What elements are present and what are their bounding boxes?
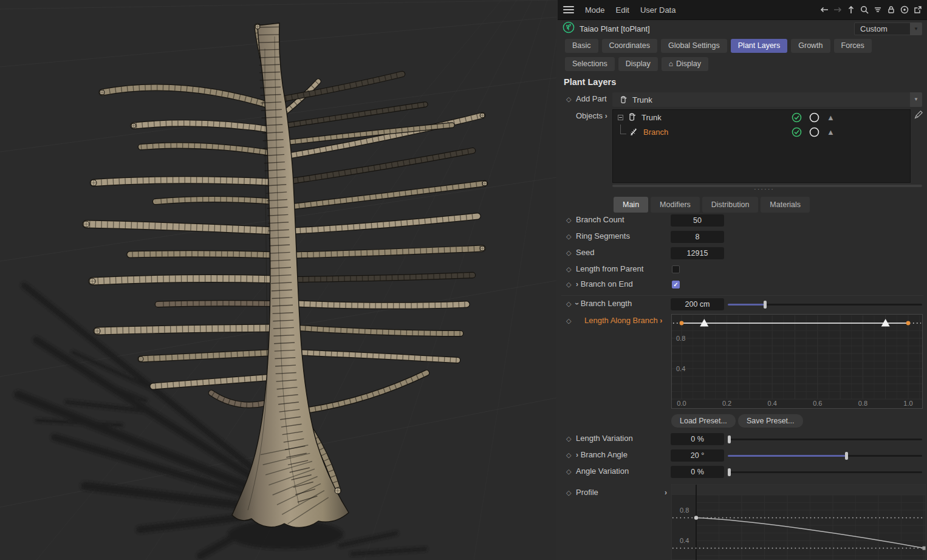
curve-endpoint[interactable] (923, 547, 926, 550)
menu-edit[interactable]: Edit (616, 5, 629, 15)
plant-layers-object-list[interactable]: Trunk ▲ Branch ▲ (612, 109, 911, 183)
filter-icon[interactable] (872, 4, 883, 16)
object-toggles: ▲ (792, 127, 835, 137)
branch-angle-field[interactable] (671, 449, 724, 462)
x-tick-label: 0.0 (677, 400, 686, 407)
length-variation-field[interactable] (671, 433, 724, 445)
keyframe-diamond-icon[interactable]: ◇ (566, 265, 571, 273)
keyframe-diamond-icon[interactable]: ◇ (566, 317, 571, 325)
tab-plant-layers[interactable]: Plant Layers (731, 39, 787, 53)
hamburger-menu-icon[interactable] (563, 6, 574, 13)
separator (561, 295, 923, 296)
tab-display-2[interactable]: ⌂Display (662, 57, 708, 71)
angle-variation-field[interactable] (671, 466, 724, 478)
add-part-dropdown[interactable]: Trunk ▼ (612, 92, 922, 107)
keyframe-diamond-icon[interactable]: ◇ (566, 249, 571, 257)
curve-point[interactable] (694, 516, 698, 519)
x-tick-label: 0.4 (768, 400, 777, 407)
save-preset-button[interactable]: Save Preset... (738, 414, 803, 428)
edit-pen-icon[interactable] (914, 110, 923, 120)
keyframe-diamond-icon[interactable]: ◇ (566, 216, 571, 224)
branch-on-end-label: › Branch on End (576, 279, 633, 289)
subtab-main[interactable]: Main (614, 197, 648, 213)
seed-label: Seed (576, 248, 594, 257)
tab-global-settings[interactable]: Global Settings (661, 39, 727, 53)
profile-curve-editor[interactable]: 0.8 0.4 (671, 484, 926, 560)
tab-basic[interactable]: Basic (565, 39, 598, 53)
open-external-icon[interactable] (912, 4, 923, 16)
viewport-canvas[interactable] (0, 0, 556, 560)
object-title: Taiao Plant [toPlant] (580, 24, 650, 33)
tree-connector-line (620, 125, 626, 134)
keyframe-diamond-icon[interactable]: ◇ (566, 233, 571, 241)
chevron-right-icon[interactable]: › (665, 488, 667, 497)
triangle-icon[interactable]: ▲ (827, 114, 835, 121)
subtab-distribution[interactable]: Distribution (702, 197, 759, 213)
branch-length-slider[interactable] (728, 304, 922, 306)
branch-on-end-checkbox[interactable]: ✓ (672, 281, 680, 289)
load-preset-button[interactable]: Load Preset... (671, 414, 736, 428)
subtab-materials[interactable]: Materials (761, 197, 810, 213)
length-along-branch-curve-editor[interactable]: 0.8 0.4 0.0 0.2 0.4 0.6 0.8 1.0 (671, 314, 923, 409)
x-tick-label: 0.6 (813, 400, 822, 407)
search-icon[interactable] (858, 4, 870, 16)
object-row-trunk[interactable]: Trunk ▲ (613, 110, 910, 125)
triangle-icon[interactable]: ▲ (827, 128, 835, 136)
x-tick-label: 0.2 (722, 400, 731, 407)
branch-length-row: ◇ › Branch Length (558, 298, 927, 310)
branch-angle-slider[interactable] (728, 455, 922, 457)
length-variation-slider[interactable] (728, 439, 922, 440)
chevron-right-icon[interactable]: › (576, 451, 578, 459)
chevron-right-icon[interactable]: › (660, 316, 662, 325)
up-arrow-icon[interactable] (845, 4, 857, 16)
lock-icon[interactable] (885, 4, 897, 16)
keyframe-diamond-icon[interactable]: ◇ (566, 300, 571, 308)
circle-toggle-icon[interactable] (809, 127, 819, 137)
keyframe-diamond-icon[interactable]: ◇ (566, 489, 571, 497)
branch-angle-row: ◇ › Branch Angle (558, 449, 927, 462)
length-from-parent-checkbox[interactable]: ✓ (672, 265, 680, 273)
forward-arrow-icon[interactable] (832, 4, 843, 16)
collapse-expand-icon[interactable] (618, 115, 623, 120)
tab-selections[interactable]: Selections (565, 57, 615, 71)
branch-count-field[interactable] (671, 214, 724, 227)
menu-user-data[interactable]: User Data (640, 5, 676, 15)
object-row-branch[interactable]: Branch ▲ (613, 125, 910, 139)
curve-endpoint[interactable] (906, 321, 911, 326)
keyframe-diamond-icon[interactable]: ◇ (566, 281, 571, 289)
preset-dropdown-arrow-icon[interactable]: ▼ (910, 22, 922, 35)
length-from-parent-row: ◇ Length from Parent ✓ (558, 264, 927, 276)
enabled-check-icon[interactable] (792, 127, 802, 137)
menu-mode[interactable]: Mode (585, 5, 605, 15)
keyframe-diamond-icon[interactable]: ◇ (566, 95, 571, 103)
keyframe-diamond-icon[interactable]: ◇ (566, 468, 571, 476)
enabled-check-icon[interactable] (792, 112, 802, 123)
tab-forces[interactable]: Forces (834, 39, 872, 53)
branch-count-row: ◇ Branch Count (558, 214, 927, 227)
object-name[interactable]: Trunk (641, 113, 662, 122)
tab-row-2: Selections Display ⌂Display (565, 57, 708, 71)
chevron-down-icon[interactable]: › (573, 302, 581, 305)
back-arrow-icon[interactable] (818, 4, 830, 16)
chevron-right-icon[interactable]: › (576, 280, 578, 289)
tab-display[interactable]: Display (618, 57, 658, 71)
angle-variation-slider[interactable] (728, 471, 922, 473)
branch-angle-label: › Branch Angle (576, 450, 628, 459)
tab-growth[interactable]: Growth (791, 39, 830, 53)
circle-toggle-icon[interactable] (809, 112, 819, 123)
tab-coordinates[interactable]: Coordinates (602, 39, 657, 53)
preset-dropdown[interactable]: Custom (854, 22, 910, 35)
chevron-right-icon[interactable]: › (605, 112, 607, 120)
subtab-modifiers[interactable]: Modifiers (651, 197, 700, 213)
keyframe-diamond-icon[interactable]: ◇ (566, 451, 571, 459)
seed-field[interactable] (671, 247, 724, 259)
object-name[interactable]: Branch (643, 128, 668, 137)
viewport[interactable] (0, 0, 556, 560)
record-target-icon[interactable] (898, 4, 910, 16)
ring-segments-field[interactable] (671, 231, 724, 243)
keyframe-diamond-icon[interactable]: ◇ (566, 435, 571, 443)
branch-length-field[interactable] (671, 298, 724, 310)
dropdown-arrow-icon[interactable]: ▼ (910, 92, 922, 107)
resize-grip[interactable]: ······ (746, 186, 782, 192)
curve-endpoint[interactable] (680, 321, 684, 326)
